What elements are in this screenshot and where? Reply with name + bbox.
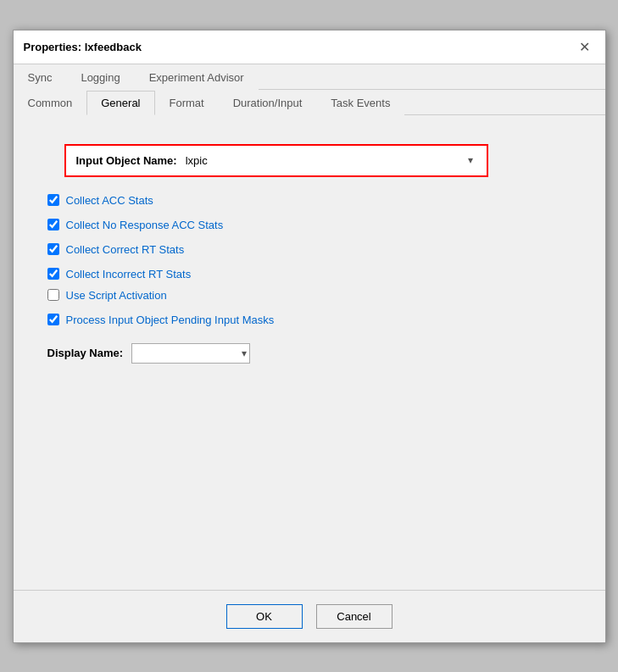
- checkbox-item-5: Use Script Activation: [47, 289, 580, 302]
- checkbox-label-collect-incorrect-rt[interactable]: Collect Incorrect RT Stats: [66, 268, 192, 280]
- content-area: Input Object Name: lxpic Collect ACC Sta…: [14, 115, 605, 590]
- checkbox-label-collect-correct-rt[interactable]: Collect Correct RT Stats: [66, 243, 185, 256]
- checkbox-group-1: Collect ACC Stats Collect No Response AC…: [39, 194, 580, 280]
- checkbox-group-2: Use Script Activation Process Input Obje…: [39, 289, 580, 326]
- input-object-select-wrapper: lxpic: [186, 154, 476, 167]
- checkbox-label-process-input-object[interactable]: Process Input Object Pending Input Masks: [66, 314, 275, 326]
- checkbox-use-script-activation[interactable]: [47, 289, 59, 301]
- checkbox-label-collect-acc-stats[interactable]: Collect ACC Stats: [66, 194, 153, 207]
- input-object-select[interactable]: lxpic: [186, 154, 476, 167]
- tab-general[interactable]: General: [86, 91, 154, 115]
- input-object-label: Input Object Name:: [76, 154, 177, 167]
- checkbox-item-1: Collect ACC Stats: [47, 194, 580, 207]
- display-name-row: Display Name:: [47, 343, 580, 364]
- tab-logging[interactable]: Logging: [66, 65, 134, 90]
- main-window: Properties: lxfeedback ✕ Sync Logging Ex…: [13, 30, 606, 643]
- tab-task-events[interactable]: Task Events: [316, 91, 404, 115]
- display-name-label: Display Name:: [47, 347, 124, 359]
- checkbox-label-use-script-activation[interactable]: Use Script Activation: [66, 289, 167, 302]
- footer: OK Cancel: [14, 590, 605, 642]
- checkbox-collect-correct-rt[interactable]: [47, 243, 59, 255]
- cancel-button[interactable]: Cancel: [316, 604, 393, 629]
- tab-duration-input[interactable]: Duration/Input: [219, 91, 317, 115]
- title-bar: Properties: lxfeedback ✕: [14, 31, 605, 64]
- window-title: Properties: lxfeedback: [24, 41, 142, 53]
- tab-format[interactable]: Format: [155, 91, 219, 115]
- ok-button[interactable]: OK: [226, 604, 303, 629]
- checkbox-item-2: Collect No Response ACC Stats: [47, 219, 580, 231]
- checkbox-label-collect-no-response[interactable]: Collect No Response ACC Stats: [66, 219, 224, 231]
- checkbox-collect-no-response[interactable]: [47, 219, 59, 230]
- close-button[interactable]: ✕: [574, 37, 595, 57]
- checkbox-item-4: Collect Incorrect RT Stats: [47, 268, 580, 280]
- checkbox-collect-incorrect-rt[interactable]: [47, 268, 59, 280]
- input-object-row: Input Object Name: lxpic: [64, 144, 488, 177]
- tab-common[interactable]: Common: [14, 91, 87, 115]
- checkbox-process-input-object[interactable]: [47, 314, 59, 325]
- top-tab-bar: Sync Logging Experiment Advisor: [14, 64, 605, 90]
- checkbox-collect-acc-stats[interactable]: [47, 194, 59, 206]
- tab-sync[interactable]: Sync: [14, 65, 67, 90]
- checkbox-item-3: Collect Correct RT Stats: [47, 243, 580, 256]
- tab-experiment-advisor[interactable]: Experiment Advisor: [135, 65, 259, 90]
- checkbox-item-6: Process Input Object Pending Input Masks: [47, 314, 580, 326]
- display-name-select-wrapper: [131, 343, 250, 364]
- display-name-select[interactable]: [131, 343, 250, 364]
- bottom-tab-bar: Common General Format Duration/Input Tas…: [14, 90, 605, 115]
